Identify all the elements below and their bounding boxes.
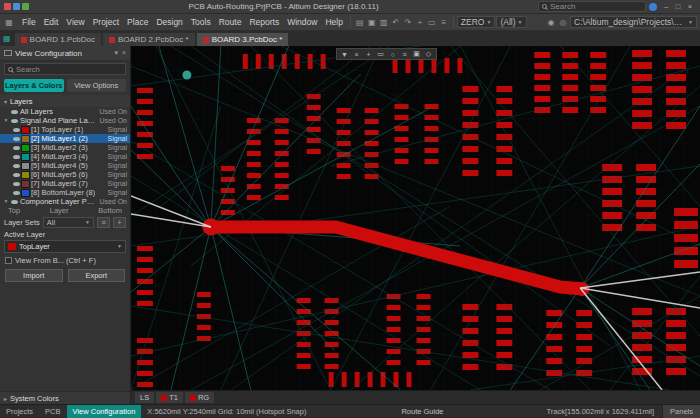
pcb-pad[interactable] bbox=[632, 62, 652, 69]
undo-icon[interactable]: ↶ bbox=[390, 16, 402, 28]
board-icon[interactable]: ▭ bbox=[375, 49, 386, 59]
pcb-pad[interactable] bbox=[462, 340, 478, 346]
layer-row-signal-and-plane-layers-s[interactable]: ▾Signal And Plane Layers (S)Used On bbox=[0, 116, 130, 125]
layer-row-1-toplayer-1[interactable]: [1] TopLayer (1)Signal bbox=[0, 125, 130, 134]
layer-usage[interactable]: Signal bbox=[108, 161, 127, 170]
pcb-pad[interactable] bbox=[197, 325, 211, 330]
pcb-pad[interactable] bbox=[632, 122, 652, 129]
pcb-pad[interactable] bbox=[395, 159, 409, 164]
visibility-eye-icon[interactable] bbox=[13, 173, 20, 177]
pcb-pad[interactable] bbox=[590, 85, 606, 91]
pcb-pad[interactable] bbox=[365, 119, 379, 124]
pcb-pad[interactable] bbox=[387, 327, 401, 332]
layer-usage[interactable]: Signal bbox=[108, 134, 127, 143]
pcb-pad[interactable] bbox=[137, 257, 153, 262]
layer-usage[interactable]: Used On bbox=[99, 197, 127, 206]
pcb-pad[interactable] bbox=[496, 316, 512, 322]
pcb-pad[interactable] bbox=[137, 99, 153, 104]
pcb-pad[interactable] bbox=[275, 151, 289, 156]
layer-usage[interactable]: Signal bbox=[108, 188, 127, 197]
close-button[interactable]: × bbox=[684, 2, 696, 11]
pcb-pad[interactable] bbox=[325, 342, 339, 347]
pcb-pad[interactable] bbox=[666, 320, 686, 327]
pcb-pad[interactable] bbox=[666, 74, 686, 81]
pcb-pad[interactable] bbox=[666, 62, 686, 69]
cross-probe-icon[interactable]: + bbox=[414, 16, 426, 28]
pcb-pad[interactable] bbox=[137, 382, 153, 387]
add-layer-set-button[interactable]: + bbox=[113, 217, 126, 228]
pcb-pad[interactable] bbox=[602, 212, 622, 219]
pcb-pad[interactable] bbox=[275, 173, 289, 178]
layer-usage[interactable]: Signal bbox=[108, 179, 127, 188]
pcb-pad[interactable] bbox=[534, 52, 550, 58]
visibility-eye-icon[interactable] bbox=[13, 164, 20, 168]
pcb-pad[interactable] bbox=[674, 247, 698, 255]
menu-route[interactable]: Route bbox=[215, 17, 246, 27]
pcb-pad[interactable] bbox=[395, 148, 409, 153]
pcb-pad[interactable] bbox=[416, 327, 430, 332]
maximize-button[interactable]: □ bbox=[672, 2, 684, 11]
pcb-pad[interactable] bbox=[221, 188, 235, 193]
pcb-pad[interactable] bbox=[632, 110, 652, 117]
layer-tab-ls[interactable]: LS bbox=[135, 392, 154, 403]
pcb-pad[interactable] bbox=[337, 108, 351, 113]
pcb-pad[interactable] bbox=[424, 159, 438, 164]
grid-icon[interactable]: ▣ bbox=[411, 49, 422, 59]
pcb-pad[interactable] bbox=[462, 364, 478, 370]
pcb-pad[interactable] bbox=[365, 141, 379, 146]
minimize-button[interactable]: – bbox=[660, 2, 672, 11]
pcb-pad[interactable] bbox=[387, 349, 401, 354]
menu-project[interactable]: Project bbox=[89, 17, 123, 27]
pcb-pad[interactable] bbox=[424, 104, 438, 109]
save-layer-set-button[interactable]: ≡ bbox=[97, 217, 110, 228]
routed-trace[interactable] bbox=[202, 219, 589, 297]
view-from-bottom-checkbox[interactable] bbox=[5, 257, 12, 264]
pcb-pad[interactable] bbox=[197, 303, 211, 308]
layer-row-8-bottomlayer-8[interactable]: [8] BottomLayer (8)Signal bbox=[0, 188, 130, 197]
pcb-canvas-svg[interactable] bbox=[131, 46, 700, 390]
panel-tab-view-configuration[interactable]: View Configuration bbox=[67, 405, 142, 418]
doc-tab-board-1-pcbdoc[interactable]: BOARD 1.PcbDoc bbox=[15, 33, 101, 46]
pcb-pad[interactable] bbox=[137, 268, 153, 273]
pcb-pad[interactable] bbox=[666, 368, 686, 375]
pcb-pad[interactable] bbox=[395, 104, 409, 109]
pcb-pad[interactable] bbox=[666, 110, 686, 117]
pcb-pad[interactable] bbox=[325, 353, 339, 358]
pcb-pad[interactable] bbox=[247, 118, 261, 123]
panel-menu-icon[interactable]: ▾ bbox=[114, 49, 118, 57]
pcb-pad[interactable] bbox=[457, 58, 462, 73]
pcb-pad[interactable] bbox=[590, 107, 606, 113]
pcb-pad[interactable] bbox=[393, 58, 398, 73]
layer-row-3-midlayer2-3[interactable]: [3] MidLayer2 (3)Signal bbox=[0, 143, 130, 152]
layer-tab-t1[interactable]: T1 bbox=[156, 392, 183, 403]
layer-usage[interactable]: Signal bbox=[108, 170, 127, 179]
pcb-pad[interactable] bbox=[496, 328, 512, 334]
pcb-pad[interactable] bbox=[546, 334, 562, 340]
pcb-pad[interactable] bbox=[137, 338, 153, 343]
layers-section-header[interactable]: ▾ Layers bbox=[0, 95, 130, 107]
pcb-pad[interactable] bbox=[462, 110, 478, 116]
pcb-pad[interactable] bbox=[636, 164, 656, 171]
visibility-eye-icon[interactable] bbox=[13, 191, 20, 195]
visibility-eye-icon[interactable] bbox=[11, 110, 18, 114]
pcb-pad[interactable] bbox=[462, 170, 478, 176]
system-colors-section-header[interactable]: ▸ System Colors bbox=[0, 391, 130, 404]
pcb-pad[interactable] bbox=[275, 140, 289, 145]
layer-usage[interactable]: Signal bbox=[108, 125, 127, 134]
filter-icon[interactable]: ▼ bbox=[339, 49, 350, 59]
panel-search-input[interactable]: Search bbox=[4, 63, 126, 75]
layer-color-swatch[interactable] bbox=[22, 145, 29, 151]
pcb-pad[interactable] bbox=[462, 352, 478, 358]
pcb-pad[interactable] bbox=[337, 174, 351, 179]
pcb-pad[interactable] bbox=[534, 74, 550, 80]
pcb-pad[interactable] bbox=[590, 63, 606, 69]
pcb-pad[interactable] bbox=[365, 130, 379, 135]
pcb-pad[interactable] bbox=[325, 364, 339, 369]
menu-design[interactable]: Design bbox=[152, 17, 186, 27]
redo-icon[interactable]: ↷ bbox=[402, 16, 414, 28]
pcb-pad[interactable] bbox=[534, 96, 550, 102]
pcb-pad[interactable] bbox=[137, 290, 153, 295]
pcb-pad[interactable] bbox=[632, 98, 652, 105]
pcb-pad[interactable] bbox=[424, 137, 438, 142]
clear-filter-icon[interactable]: × bbox=[351, 49, 362, 59]
